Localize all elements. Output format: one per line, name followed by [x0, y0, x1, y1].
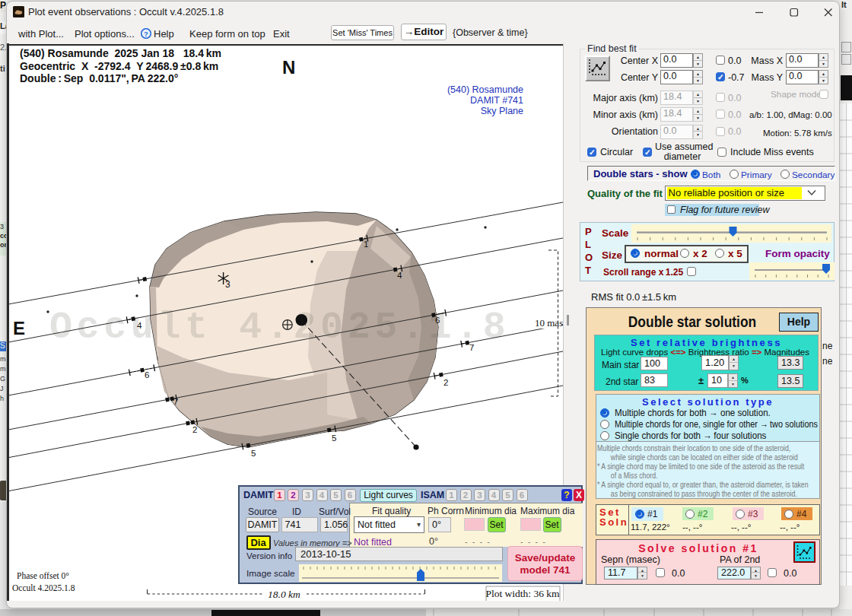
svg-text:Occult 4.2025.1.8: Occult 4.2025.1.8 [12, 583, 75, 592]
svg-text:DAMIT #741: DAMIT #741 [470, 95, 523, 106]
svg-text:4: 4 [397, 271, 402, 280]
svg-text:7: 7 [173, 397, 178, 406]
svg-text:Geocentric X -2792.4 Y 2468: Geocentric X -2792.4 Y 2468.9 ±0.8 km [20, 60, 218, 72]
svg-text:5: 5 [332, 433, 336, 443]
svg-text:E: E [13, 318, 25, 338]
svg-text:Phase offset 0°: Phase offset 0° [17, 571, 69, 580]
svg-text:Occult 4.2025.1.8: Occult 4.2025.1.8 [49, 306, 510, 349]
svg-text:1: 1 [364, 240, 368, 249]
svg-text:Double : Sep 0.0117", PA 222.: Double : Sep 0.0117", PA 222.0° [20, 72, 178, 84]
svg-text:2: 2 [192, 425, 197, 434]
svg-text:18.0 km: 18.0 km [268, 589, 300, 600]
svg-text:?: ? [144, 30, 148, 38]
svg-text:10 mas: 10 mas [535, 317, 563, 329]
svg-text:(540) Rosamunde 2025 Jan 18: (540) Rosamunde 2025 Jan 18 18.4 km [20, 47, 221, 59]
svg-text:3: 3 [225, 279, 230, 290]
svg-text:5: 5 [251, 449, 256, 458]
svg-text:4: 4 [137, 321, 142, 330]
svg-text:Plot width: 36 km: Plot width: 36 km [485, 588, 560, 599]
svg-text:6: 6 [145, 370, 149, 379]
svg-text:(540) Rosamunde: (540) Rosamunde [447, 84, 523, 95]
svg-text:Sky Plane: Sky Plane [481, 106, 523, 116]
svg-text:N: N [282, 57, 295, 78]
svg-text:2: 2 [443, 378, 448, 387]
svg-text:6: 6 [435, 316, 440, 325]
svg-text:7: 7 [469, 343, 474, 352]
